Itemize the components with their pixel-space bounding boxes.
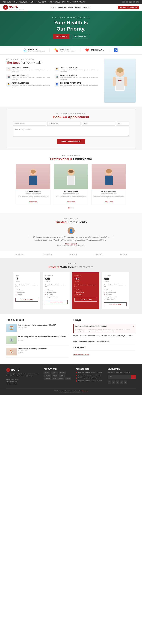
plan-trial-name: TRIAL	[16, 275, 38, 276]
newsletter-submit-button[interactable]: →	[131, 375, 136, 378]
tag-interior[interactable]: Interior	[44, 372, 50, 374]
doctor-robert-read-more[interactable]: READ MORE	[67, 201, 75, 203]
svg-point-4	[117, 68, 123, 73]
best-left: WHY CHOOSE HOPE MEDICAL The Best For You…	[6, 58, 101, 103]
next-testimonial-button[interactable]: ›	[113, 235, 114, 238]
name-field[interactable]	[13, 122, 46, 126]
twitter-icon[interactable]: t	[126, 1, 128, 3]
feature-diagnose-title: DIAGNOSE	[28, 48, 45, 50]
dot-1[interactable]	[68, 207, 70, 208]
service-medical-counseling-desc: Lorem ipsum dolor sit amet consectetur a…	[12, 69, 53, 72]
tag-garden[interactable]: Garden	[65, 378, 71, 380]
testimonials-section: TESTIMONIALS Trusted From Clients ‹ 👤 "I…	[0, 213, 142, 251]
faq-item-3: What Other Services Are You Compatible W…	[73, 341, 136, 345]
footer-twitter-icon[interactable]: t	[112, 380, 115, 384]
best-label: WHY CHOOSE HOPE MEDICAL	[6, 58, 101, 60]
tag-house[interactable]: House	[52, 374, 58, 377]
appointment-label: SO WE MIGHT NEVER HELP YOU	[13, 113, 129, 114]
footer-post-3-text: In Offre carpet solution (Bazen done b)	[78, 377, 100, 378]
pricing-title-accent: With Health Care Card	[60, 266, 94, 269]
trial-get-started-button[interactable]: GET STARTED NOW	[16, 298, 38, 302]
our-services-button[interactable]: OUR SERVICES	[71, 34, 89, 39]
tip-author-2: by admin	[18, 340, 66, 342]
doctors-title-plain: Enthusiastic	[73, 157, 92, 161]
tag-cleaning[interactable]: Cleaning	[51, 372, 59, 374]
logos-strip: LEAVES... MERORA ULIVEX STUDIO XEPLA	[0, 251, 142, 258]
doctor-helen-read-more[interactable]: READ MORE	[29, 201, 37, 203]
view-all-questions-link[interactable]: VIEW ALL QUESTIONS	[73, 354, 89, 356]
newsletter-form: →	[108, 375, 136, 378]
faq-close-1[interactable]: ×	[133, 325, 134, 328]
facebook-icon[interactable]: f	[122, 1, 125, 3]
googleplus-icon[interactable]: g	[129, 1, 132, 3]
prev-testimonial-button[interactable]: ‹	[28, 235, 29, 238]
faq-question-3[interactable]: What Other Services Are You Compatible W…	[73, 341, 136, 342]
newsletter-email-input[interactable]	[108, 375, 131, 378]
footer-logo-icon: +	[6, 368, 10, 372]
make-appointment-button[interactable]: MAKE AN APPOINTMENT	[57, 139, 85, 144]
testimonial-wrapper: ‹ 👤 "It's been an absolute pleasure to w…	[6, 227, 136, 246]
faq-question-4-text: Are You Hiring?	[73, 347, 85, 348]
linkedin-icon[interactable]: in	[133, 1, 135, 3]
plan-ultimate-feature-4: Equipment Cleaning	[104, 296, 126, 298]
footer-facebook-icon[interactable]: f	[108, 380, 111, 384]
nav-home[interactable]: HOME	[51, 6, 56, 8]
phone-field[interactable]	[82, 122, 115, 126]
get-quote-button[interactable]: GET A QUOTE	[53, 34, 69, 39]
faq-question-1[interactable]: Can't Get A Divorce Without A Consultant…	[75, 325, 134, 328]
doctor-helen-desc: Lorem ipsum dolor sit amet, consectetur …	[16, 195, 50, 199]
faq-question-4[interactable]: Are You Hiring?	[73, 347, 136, 348]
dot-2[interactable]	[70, 207, 72, 208]
footer-pinterest-icon[interactable]: p	[124, 380, 127, 384]
message-field[interactable]	[13, 127, 129, 137]
book-appointment-button[interactable]: BOOK AN APPOINTMENT	[118, 6, 139, 9]
tag-windows[interactable]: Windows	[44, 378, 51, 380]
tag-service[interactable]: Service	[59, 372, 66, 374]
testimonials-label: TESTIMONIALS	[6, 218, 136, 220]
testimonial-content: 👤 "It's been an absolute pleasure to wor…	[32, 227, 110, 246]
footer-googleplus-icon[interactable]: g	[116, 380, 119, 384]
footer-linkedin-icon[interactable]: in	[120, 380, 123, 384]
footer-phone: +39882 REQUEST	[6, 383, 40, 385]
nav-contact[interactable]: CONTACT	[83, 6, 91, 8]
faq-question-2[interactable]: I Have A Technical Problem Or Support Is…	[73, 335, 136, 337]
doctor-card-robert: Dr. Robert David Lorem ipsum dolor sit a…	[54, 164, 88, 205]
tag-floor[interactable]: Floor	[52, 378, 57, 380]
tag-office[interactable]: Office	[59, 374, 65, 377]
best-section: WHY CHOOSE HOPE MEDICAL The Best For You…	[0, 54, 142, 106]
watermark: © 2016 Copyright www.huzhao.com/shop1558…	[59, 392, 83, 393]
pinterest-icon[interactable]: p	[136, 1, 139, 3]
tag-business[interactable]: Business	[44, 374, 51, 377]
footer-post-1-text: Lorem ipsum dolor sit amet elit consequa…	[78, 372, 102, 373]
copyright-link[interactable]: Themex.net	[82, 390, 88, 392]
email: SUPPORT@CLNORA.COM.UK	[62, 1, 85, 3]
hero-title: Your Health Is Our Priority.	[52, 20, 90, 32]
tag-pools[interactable]: Pools	[58, 378, 64, 380]
nav-about[interactable]: ABOUT	[75, 6, 81, 8]
hero-content: FEEL THE DIFFERENCE WITH US Your Health …	[52, 17, 90, 39]
nav-blog[interactable]: BLOG	[68, 6, 73, 8]
date-field[interactable]	[117, 122, 129, 126]
testimonial-role: Director of some SuperFirm, Anytown, USA	[32, 245, 110, 246]
doctor-kristina-read-more[interactable]: READ MORE	[105, 201, 113, 203]
logo-xepla: XEPLA	[120, 254, 127, 256]
doctor-kristina-silhouette	[103, 167, 115, 186]
service-top-doctors-title: TOP LEVEL DOCTORS	[60, 67, 101, 69]
plan-ultimate-feature-1: 5 Cleaners	[104, 289, 126, 291]
plan-premium-price: $59	[74, 277, 97, 281]
tip-image-2: 🏢	[6, 336, 17, 344]
service-patient-care: ♿ DEDICATED PATIENT CARE Lorem ipsum dol…	[55, 82, 101, 88]
standard-get-started-button[interactable]: GET STARTED NOW	[45, 300, 68, 304]
nav-services[interactable]: SERVICES	[58, 6, 66, 8]
testimonial-name: Steven Gerrard	[32, 243, 110, 245]
ultimate-get-started-button[interactable]: GET STARTED NOW	[104, 302, 126, 306]
dot-3[interactable]	[72, 207, 74, 208]
premium-get-started-button[interactable]: GET STARTED NOW	[74, 298, 97, 302]
post-dot-4	[76, 380, 77, 382]
email-field[interactable]	[47, 122, 80, 126]
address: ADDRESS: 3548 E. LONDON, UK	[3, 1, 27, 3]
footer: + HOPE Search query, calculate a connect…	[0, 364, 142, 395]
faq-item-4: Are You Hiring?	[73, 347, 136, 351]
tips-column: Tips & Tricks 🪟 How to cleaning exterior…	[6, 318, 69, 360]
service-top-doctors: 👨‍⚕️ TOP LEVEL DOCTORS Lorem ipsum dolor…	[55, 67, 101, 72]
